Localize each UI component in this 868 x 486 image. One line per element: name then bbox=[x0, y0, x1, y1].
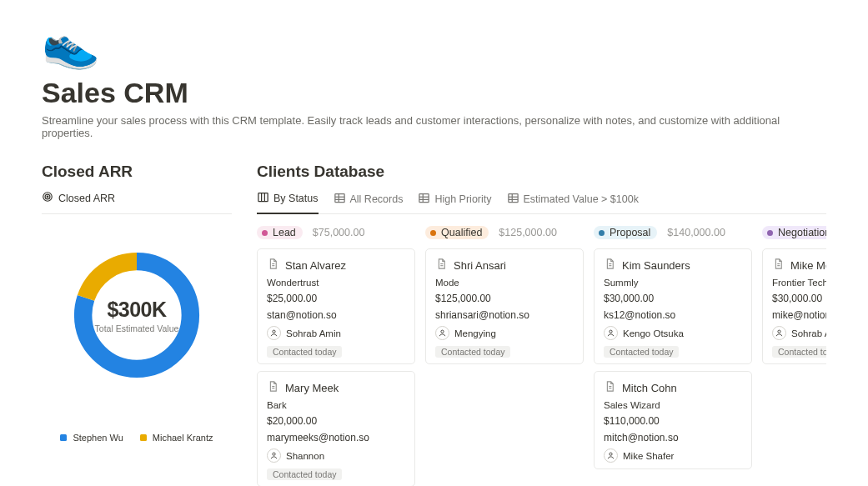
svg-point-2 bbox=[47, 196, 48, 198]
card-company: Bark bbox=[267, 400, 405, 410]
tab-label: By Status bbox=[273, 193, 319, 204]
card-company: Sales Wizard bbox=[604, 400, 742, 410]
svg-point-34 bbox=[610, 453, 612, 455]
page-icon: 👟 bbox=[42, 17, 826, 72]
column-header: Negotiation bbox=[762, 224, 826, 241]
avatar bbox=[604, 326, 618, 340]
client-card[interactable]: Mary MeekBark$20,000.00marymeeks@notion.… bbox=[257, 371, 415, 486]
column-total: $125,000.00 bbox=[499, 227, 557, 238]
client-card[interactable]: Mike MendezFrontier Tech$30,000.00mike@n… bbox=[762, 248, 826, 364]
page-icon bbox=[604, 380, 616, 395]
tab-by-status[interactable]: By Status bbox=[257, 191, 319, 214]
tab-high-priority[interactable]: High Priority bbox=[418, 191, 491, 214]
avatar bbox=[267, 326, 281, 340]
client-card[interactable]: Kim SaundersSummly$30,000.00ks12@notion.… bbox=[594, 248, 752, 364]
card-amount: $30,000.00 bbox=[772, 293, 826, 304]
avatar bbox=[604, 448, 618, 463]
clients-db-title: Clients Database bbox=[257, 163, 826, 181]
tab-label: All Records bbox=[350, 193, 404, 205]
status-pill[interactable]: Qualified bbox=[425, 226, 489, 239]
table-icon bbox=[507, 192, 519, 207]
legend-item: Michael Krantz bbox=[140, 433, 213, 443]
board-column-proposal: Proposal$140,000.00Kim SaundersSummly$30… bbox=[594, 224, 752, 486]
svg-rect-8 bbox=[334, 194, 344, 203]
status-label: Lead bbox=[273, 227, 296, 238]
status-dot-icon bbox=[767, 230, 773, 236]
closed-arr-view-tab[interactable]: Closed ARR bbox=[42, 191, 232, 214]
card-owner: Sohrab Amin bbox=[791, 328, 826, 338]
avatar bbox=[435, 326, 449, 340]
status-dot-icon bbox=[430, 230, 436, 236]
card-owner: Mike Shafer bbox=[623, 451, 674, 461]
card-company: Wondertrust bbox=[267, 278, 405, 288]
closed-arr-label: Closed ARR bbox=[58, 193, 115, 204]
board-column-lead: Lead$75,000.00Stan AlvarezWondertrust$25… bbox=[257, 224, 415, 486]
card-amount: $20,000.00 bbox=[267, 415, 405, 427]
column-header: Lead$75,000.00 bbox=[257, 224, 415, 241]
card-email: shriansari@notion.so bbox=[435, 309, 574, 321]
svg-point-31 bbox=[610, 330, 612, 333]
status-label: Negotiation bbox=[778, 227, 826, 238]
status-pill[interactable]: Proposal bbox=[594, 226, 657, 239]
card-email: ks12@notion.so bbox=[604, 309, 742, 321]
column-header: Qualified$125,000.00 bbox=[425, 224, 584, 241]
tab-label: High Priority bbox=[434, 193, 491, 205]
table-icon bbox=[334, 192, 346, 207]
contacted-badge: Contacted today bbox=[772, 346, 826, 358]
card-email: marymeeks@notion.so bbox=[267, 432, 405, 443]
target-icon bbox=[42, 191, 53, 205]
svg-rect-16 bbox=[508, 194, 517, 203]
view-tabs: By StatusAll RecordsHigh PriorityEstimat… bbox=[257, 191, 826, 214]
card-company: Frontier Tech bbox=[772, 278, 826, 288]
card-email: mike@notion.so bbox=[772, 309, 826, 321]
contacted-badge: Contacted today bbox=[604, 346, 679, 358]
svg-point-28 bbox=[441, 330, 444, 333]
avatar bbox=[772, 326, 786, 340]
column-total: $75,000.00 bbox=[313, 227, 365, 238]
contacted-badge: Contacted today bbox=[435, 346, 510, 358]
svg-point-37 bbox=[778, 330, 780, 333]
kanban-board: Lead$75,000.00Stan AlvarezWondertrust$25… bbox=[257, 224, 826, 486]
card-owner: Shannon bbox=[286, 451, 324, 461]
status-label: Qualified bbox=[441, 227, 482, 238]
chart-legend: Stephen Wu Michael Krantz bbox=[60, 433, 213, 443]
status-label: Proposal bbox=[610, 227, 650, 238]
card-owner: Mengying bbox=[454, 328, 496, 338]
card-name: Stan Alvarez bbox=[285, 259, 346, 272]
card-owner: Kengo Otsuka bbox=[623, 328, 684, 338]
tab-label: Estimated Value > $100k bbox=[524, 193, 639, 205]
client-card[interactable]: Stan AlvarezWondertrust$25,000.00stan@no… bbox=[257, 248, 415, 364]
card-email: mitch@notion.so bbox=[604, 432, 742, 443]
closed-arr-title: Closed ARR bbox=[42, 163, 232, 181]
card-name: Mary Meek bbox=[285, 382, 339, 394]
page-title: Sales CRM bbox=[42, 77, 826, 109]
legend-item: Stephen Wu bbox=[60, 433, 123, 443]
card-name: Kim Saunders bbox=[622, 259, 690, 272]
status-dot-icon bbox=[599, 230, 605, 236]
status-pill[interactable]: Lead bbox=[257, 226, 303, 239]
clients-database: Clients Database By StatusAll RecordsHig… bbox=[257, 163, 826, 486]
page-icon bbox=[435, 258, 448, 273]
donut-value: $300K bbox=[107, 298, 166, 322]
legend-swatch bbox=[140, 434, 147, 441]
card-owner: Sohrab Amin bbox=[286, 328, 341, 338]
tab-all-records[interactable]: All Records bbox=[334, 191, 404, 214]
card-amount: $30,000.00 bbox=[604, 293, 742, 304]
card-amount: $25,000.00 bbox=[267, 293, 405, 304]
tab-estimated-value-100k[interactable]: Estimated Value > $100k bbox=[507, 191, 639, 214]
contacted-badge: Contacted today bbox=[267, 346, 342, 358]
card-name: Mitch Cohn bbox=[622, 382, 677, 394]
card-company: Mode bbox=[435, 278, 574, 288]
client-card[interactable]: Mitch CohnSales Wizard$110,000.00mitch@n… bbox=[594, 371, 752, 469]
card-amount: $125,000.00 bbox=[435, 293, 574, 304]
svg-point-22 bbox=[273, 330, 275, 333]
card-company: Summly bbox=[604, 278, 742, 288]
donut-sub: Total Estimated Value bbox=[95, 323, 179, 333]
table-icon bbox=[418, 192, 430, 207]
status-pill[interactable]: Negotiation bbox=[762, 226, 826, 239]
page-description: Streamline your sales process with this … bbox=[42, 114, 826, 139]
client-card[interactable]: Shri AnsariMode$125,000.00shriansari@not… bbox=[425, 248, 584, 364]
avatar bbox=[267, 448, 281, 463]
card-email: stan@notion.so bbox=[267, 309, 405, 321]
status-dot-icon bbox=[262, 230, 268, 236]
